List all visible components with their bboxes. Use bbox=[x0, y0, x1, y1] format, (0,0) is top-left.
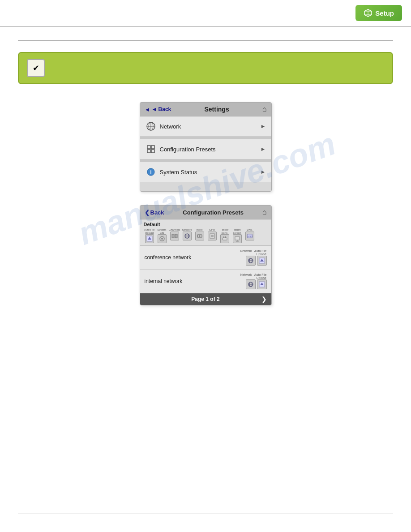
presets-back-button[interactable]: ❮ Back bbox=[145, 209, 164, 216]
internal-network-label: internal network bbox=[145, 278, 183, 284]
banner-icon: ✔ bbox=[27, 59, 45, 77]
system-status-chevron-icon: ► bbox=[261, 169, 266, 175]
preset-icon-touch-screen: Touchscreen bbox=[231, 228, 243, 243]
svg-rect-30 bbox=[235, 236, 240, 240]
presets-default-row[interactable]: Default Auto FileUpload bbox=[140, 219, 271, 246]
presets-home-icon[interactable]: ⌂ bbox=[262, 208, 267, 216]
network-label: Network bbox=[160, 123, 261, 130]
preset-icon-channels: Channels bbox=[169, 228, 180, 243]
config-presets-label: Configuration Presets bbox=[160, 146, 261, 153]
settings-screen-header: ◄ ◄ Back Settings ⌂ bbox=[140, 103, 271, 116]
pagination-bar: Page 1 of 2 ❯ bbox=[140, 293, 271, 305]
settings-screen: ◄ ◄ Back Settings ⌂ Network ► bbox=[140, 102, 272, 192]
system-status-label: System Status bbox=[160, 169, 261, 176]
settings-back-button[interactable]: ◄ ◄ Back bbox=[145, 106, 171, 113]
preset-conference-network[interactable]: conference network Network Auto File Upl… bbox=[140, 246, 271, 270]
preset-icon-network: Network bbox=[181, 228, 193, 243]
config-presets-icon bbox=[146, 144, 156, 154]
back-arrow-icon: ◄ bbox=[145, 106, 150, 113]
preset-icon-dns: DNS DNS bbox=[244, 228, 256, 243]
svg-rect-27 bbox=[223, 238, 227, 240]
internal-network-icon-strip bbox=[246, 279, 267, 289]
svg-rect-28 bbox=[223, 236, 224, 238]
int-network-icon bbox=[246, 279, 256, 289]
settings-system-status-item[interactable]: i System Status ► bbox=[140, 162, 271, 182]
green-banner: ✔ bbox=[18, 52, 393, 84]
svg-rect-9 bbox=[151, 146, 154, 149]
presets-screen-header: ❮ Back Configuration Presets ⌂ bbox=[140, 206, 271, 219]
conference-network-icons: Network Auto File Upload bbox=[240, 249, 267, 266]
presets-back-label: Back bbox=[150, 209, 164, 216]
settings-back-label: ◄ Back bbox=[151, 106, 171, 112]
svg-point-17 bbox=[161, 238, 163, 240]
svg-rect-18 bbox=[172, 234, 174, 238]
system-status-icon: i bbox=[146, 167, 156, 177]
svg-rect-10 bbox=[147, 150, 150, 153]
svg-rect-29 bbox=[225, 236, 226, 238]
settings-config-presets-item[interactable]: Configuration Presets ► bbox=[140, 139, 271, 159]
settings-title: Settings bbox=[204, 106, 229, 113]
pagination-next-button[interactable]: ❯ bbox=[261, 296, 267, 303]
screens-container: ◄ ◄ Back Settings ⌂ Network ► bbox=[140, 102, 272, 305]
svg-text:i: i bbox=[150, 169, 151, 175]
presets-default-label: Default bbox=[144, 222, 268, 227]
presets-screen: ❮ Back Configuration Presets ⌂ Default A… bbox=[140, 205, 272, 305]
presets-back-arrow-icon: ❮ bbox=[145, 209, 150, 216]
preset-icon-gpu: GPU bbox=[206, 228, 218, 243]
svg-text:DNS: DNS bbox=[247, 235, 253, 238]
settings-network-item[interactable]: Network ► bbox=[140, 116, 271, 137]
setup-button[interactable]: Setup bbox=[355, 5, 402, 21]
config-presets-chevron-icon: ► bbox=[261, 146, 266, 152]
conf-network-icon bbox=[246, 256, 256, 266]
settings-bottom-pad bbox=[140, 182, 271, 191]
network-icon bbox=[146, 121, 156, 132]
internal-network-icons: Network Auto File Upload bbox=[240, 273, 267, 289]
page-text: Page 1 of 2 bbox=[191, 296, 219, 302]
preset-internal-network[interactable]: internal network Network Auto File Uploa… bbox=[140, 270, 271, 293]
preset-icon-input: Input bbox=[194, 228, 206, 243]
svg-rect-11 bbox=[151, 150, 154, 153]
conference-network-label: conference network bbox=[145, 254, 192, 261]
presets-title: Configuration Presets bbox=[183, 209, 244, 216]
settings-home-icon[interactable]: ⌂ bbox=[262, 105, 267, 113]
setup-label: Setup bbox=[375, 9, 394, 17]
presets-icon-strip: Auto FileUpload SystemCfg bbox=[144, 228, 268, 243]
preset-icon-auto-file-upload: Auto FileUpload bbox=[144, 228, 155, 243]
top-divider bbox=[18, 40, 393, 41]
svg-rect-19 bbox=[175, 234, 177, 238]
svg-rect-26 bbox=[211, 235, 214, 237]
svg-point-24 bbox=[199, 235, 200, 236]
conf-auto-upload-icon bbox=[257, 256, 267, 266]
preset-icon-system-cfg: SystemCfg bbox=[156, 228, 168, 243]
int-auto-upload-icon bbox=[257, 279, 267, 289]
setup-cube-icon bbox=[364, 9, 372, 17]
banner-check-icon: ✔ bbox=[33, 63, 39, 73]
top-bar: Setup bbox=[0, 0, 411, 27]
conference-network-icon-strip bbox=[246, 256, 267, 266]
network-chevron-icon: ► bbox=[261, 123, 266, 129]
main-content: ◄ ◄ Back Settings ⌂ Network ► bbox=[0, 102, 411, 305]
preset-icon-helper-ports: Helperports bbox=[219, 228, 231, 243]
bottom-divider bbox=[18, 514, 393, 514]
svg-rect-8 bbox=[147, 146, 150, 149]
